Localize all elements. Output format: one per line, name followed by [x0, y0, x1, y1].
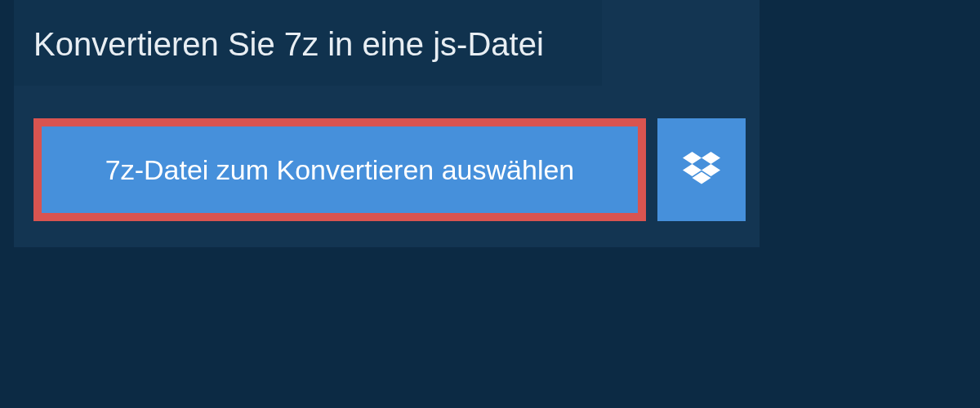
action-row: 7z-Datei zum Konvertieren auswählen [33, 118, 760, 221]
panel-header: Konvertieren Sie 7z in eine js-Datei [14, 0, 602, 86]
select-file-label: 7z-Datei zum Konvertieren auswählen [105, 154, 575, 186]
dropbox-icon [683, 152, 720, 188]
dropbox-button[interactable] [657, 118, 746, 221]
converter-panel: Konvertieren Sie 7z in eine js-Datei 7z-… [14, 0, 760, 247]
select-file-button[interactable]: 7z-Datei zum Konvertieren auswählen [33, 118, 646, 221]
page-title: Konvertieren Sie 7z in eine js-Datei [33, 26, 582, 63]
